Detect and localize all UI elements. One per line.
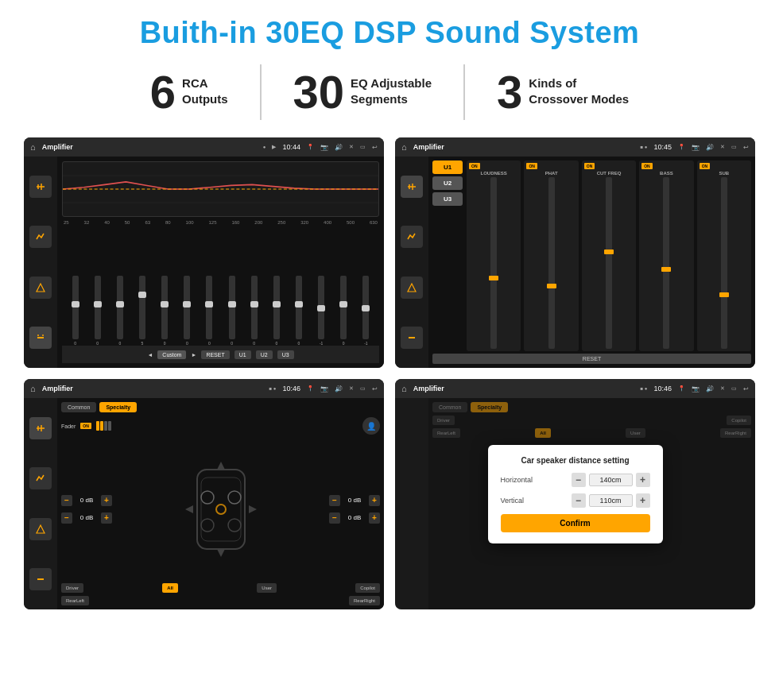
fader-profile-icon[interactable]: 👤 bbox=[362, 417, 380, 435]
ch-slider-loudness[interactable] bbox=[490, 177, 497, 349]
stat-label2-eq: Segments bbox=[351, 91, 432, 107]
amp-main: U1 U2 U3 ON LOUDNESS bbox=[428, 157, 755, 368]
eq-track-8[interactable] bbox=[251, 276, 258, 339]
horizontal-minus-btn[interactable]: − bbox=[572, 473, 586, 487]
window-icon-2: ▭ bbox=[731, 144, 737, 150]
screen-amp-card: ⌂ Amplifier ■ ● 10:45 📍 📷 🔊 ✕ ▭ ↩ bbox=[395, 137, 755, 368]
stat-number-rca: 6 bbox=[150, 69, 176, 115]
eq-slider-8: 0 bbox=[244, 276, 264, 346]
dialog-horizontal-label: Horizontal bbox=[501, 476, 556, 484]
location-icon-2: 📍 bbox=[678, 144, 685, 150]
cross-right-controls: − 0 dB + − 0 dB + bbox=[329, 495, 380, 524]
vertical-plus-btn[interactable]: + bbox=[636, 493, 650, 508]
db-plus-3[interactable]: + bbox=[369, 495, 380, 506]
window-icon: ▭ bbox=[360, 144, 366, 150]
svg-point-23 bbox=[228, 491, 241, 504]
fader-bar-3 bbox=[104, 421, 107, 431]
ch-slider-phat[interactable] bbox=[548, 177, 555, 349]
svg-marker-29 bbox=[185, 505, 193, 513]
eq-icon-4[interactable] bbox=[29, 327, 52, 349]
tab-specialty[interactable]: Specialty bbox=[99, 402, 137, 412]
db-minus-1[interactable]: − bbox=[61, 495, 72, 506]
eq-track-3[interactable] bbox=[139, 276, 145, 339]
fader-bar-1 bbox=[96, 421, 99, 431]
btn-rearright[interactable]: RearRight bbox=[349, 596, 380, 605]
svg-rect-14 bbox=[409, 337, 415, 338]
db-minus-3[interactable]: − bbox=[329, 495, 340, 506]
eq-track-10[interactable] bbox=[296, 276, 302, 339]
stat-text-rca: RCA Outputs bbox=[182, 69, 228, 106]
cross-icon-1[interactable] bbox=[29, 417, 52, 439]
db-plus-2[interactable]: + bbox=[101, 512, 112, 524]
horizontal-plus-btn[interactable]: + bbox=[636, 473, 650, 487]
eq-slider-5: 0 bbox=[177, 276, 197, 346]
eq-u2-btn[interactable]: U2 bbox=[256, 350, 273, 359]
amp-icon-4[interactable] bbox=[401, 327, 423, 349]
db-row-right-bottom: − 0 dB + bbox=[329, 512, 380, 524]
tab-common[interactable]: Common bbox=[61, 402, 96, 412]
db-plus-1[interactable]: + bbox=[101, 495, 112, 506]
eq-prev-icon[interactable]: ◄ bbox=[147, 352, 153, 358]
amp-channels: ON LOUDNESS ON bbox=[467, 160, 751, 351]
btn-all[interactable]: All bbox=[162, 583, 178, 593]
eq-next-icon[interactable]: ► bbox=[191, 352, 196, 358]
home-icon: ⌂ bbox=[30, 142, 36, 152]
eq-icon-3[interactable] bbox=[29, 277, 52, 299]
horizontal-value: 140cm bbox=[589, 474, 633, 486]
amp-icon-1[interactable] bbox=[401, 176, 423, 198]
svg-marker-30 bbox=[249, 505, 257, 513]
eq-u1-btn[interactable]: U1 bbox=[234, 350, 251, 359]
svg-rect-4 bbox=[37, 337, 44, 338]
camera-icon-3: 📷 bbox=[320, 385, 328, 393]
amp-u2-btn[interactable]: U2 bbox=[432, 176, 463, 190]
ch-slider-bass[interactable] bbox=[663, 177, 669, 349]
confirm-button[interactable]: Confirm bbox=[501, 514, 650, 532]
btn-rearleft[interactable]: RearLeft bbox=[61, 596, 89, 605]
btn-driver[interactable]: Driver bbox=[61, 583, 83, 593]
window-icon-3: ▭ bbox=[360, 385, 366, 392]
eq-track-9[interactable] bbox=[273, 276, 280, 339]
ch-slider-sub[interactable] bbox=[721, 177, 727, 349]
eq-track-13[interactable] bbox=[362, 276, 369, 339]
amp-u3-btn[interactable]: U3 bbox=[432, 192, 463, 206]
eq-track-1[interactable] bbox=[95, 276, 101, 339]
eq-track-6[interactable] bbox=[206, 276, 212, 339]
cross-icon-3[interactable] bbox=[29, 518, 52, 540]
eq-icon-1[interactable] bbox=[29, 176, 52, 198]
page-title: Buith-in 30EQ DSP Sound System bbox=[24, 16, 755, 50]
eq-track-5[interactable] bbox=[184, 276, 190, 339]
db-minus-2[interactable]: − bbox=[61, 512, 72, 524]
amp-icon-3[interactable] bbox=[401, 277, 423, 299]
db-minus-4[interactable]: − bbox=[329, 512, 340, 524]
close-icon: ✕ bbox=[349, 144, 354, 150]
svg-point-22 bbox=[201, 491, 214, 504]
eq-track-11[interactable] bbox=[318, 276, 324, 339]
amp-presets-row: U1 U2 U3 ON LOUDNESS bbox=[432, 160, 751, 351]
screen3-topbar: ⌂ Amplifier ■ ● 10:46 📍 📷 🔊 ✕ ▭ ↩ bbox=[24, 379, 384, 398]
cross-icon-4[interactable] bbox=[29, 568, 52, 590]
ch-slider-cutfreq[interactable] bbox=[606, 177, 612, 349]
amp-u1-btn[interactable]: U1 bbox=[432, 160, 463, 174]
eq-track-2[interactable] bbox=[117, 276, 123, 339]
on-badge-cutfreq: ON bbox=[584, 163, 595, 169]
eq-track-0[interactable] bbox=[72, 276, 79, 339]
svg-marker-13 bbox=[408, 284, 416, 292]
vertical-minus-btn[interactable]: − bbox=[572, 493, 586, 508]
amp-icon-2[interactable] bbox=[401, 226, 423, 248]
cross-icon-2[interactable] bbox=[29, 467, 52, 489]
btn-copilot[interactable]: Copilot bbox=[355, 583, 380, 593]
eq-slider-10: 0 bbox=[289, 276, 308, 346]
eq-track-7[interactable] bbox=[229, 276, 235, 339]
eq-custom-btn[interactable]: Custom bbox=[157, 350, 186, 359]
btn-user[interactable]: User bbox=[257, 583, 277, 593]
eq-track-4[interactable] bbox=[161, 276, 168, 339]
db-plus-4[interactable]: + bbox=[369, 512, 380, 524]
amp-reset-btn[interactable]: RESET bbox=[432, 354, 751, 364]
eq-icon-2[interactable] bbox=[29, 226, 52, 248]
screen-dialog-card: ⌂ Amplifier ■ ● 10:46 📍 📷 🔊 ✕ ▭ ↩ Common bbox=[395, 379, 755, 609]
eq-u3-btn[interactable]: U3 bbox=[277, 350, 294, 359]
eq-reset-btn[interactable]: RESET bbox=[201, 350, 229, 359]
ch-header-loudness: ON bbox=[469, 163, 518, 169]
eq-track-12[interactable] bbox=[340, 276, 347, 339]
screen1-dot1: ● bbox=[263, 145, 266, 149]
